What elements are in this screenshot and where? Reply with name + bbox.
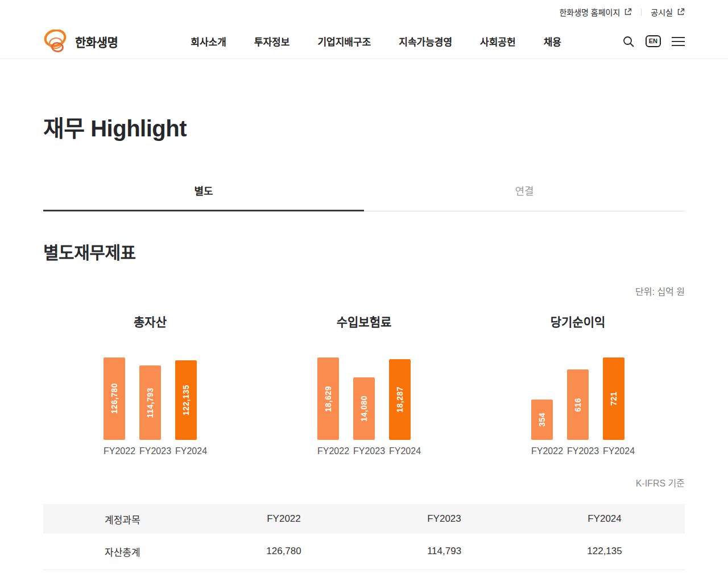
bar-column: 721 (603, 357, 624, 440)
bar-value-label: 721 (609, 392, 618, 406)
chart-title: 수입보험료 (257, 313, 471, 330)
disclosure-link[interactable]: 공시실 (651, 6, 685, 18)
category-label: FY2024 (603, 446, 624, 456)
hanwha-logo[interactable]: 한화생명 (43, 30, 118, 53)
financial-table: 계정과목FY2022FY2023FY2024 자산총계126,780114,79… (43, 504, 685, 582)
external-link-icon (624, 8, 632, 16)
logo-text: 한화생명 (75, 33, 118, 50)
charts-row: 총자산126,780114,793122,135FY2022FY2023FY20… (43, 313, 685, 456)
tab-separate[interactable]: 별도 (43, 183, 364, 211)
category-label: FY2024 (389, 446, 411, 456)
bar: 18,629 (317, 357, 339, 440)
chart-title: 총자산 (43, 313, 257, 330)
bar-column: 354 (531, 400, 553, 440)
utility-bar: 한화생명 홈페이지 공시실 (0, 0, 728, 24)
bar-value-label: 126,780 (110, 383, 119, 414)
statement-tabs: 별도 연결 (43, 183, 685, 211)
table-header-cell: FY2022 (204, 504, 364, 534)
table-header-row: 계정과목FY2022FY2023FY2024 (43, 504, 685, 534)
category-labels: FY2022FY2023FY2024 (43, 446, 257, 456)
nav-item[interactable]: 사회공헌 (480, 34, 516, 48)
section-heading: 별도재무제표 (43, 239, 685, 264)
chart-bars: 354616721 (471, 356, 685, 440)
table-cell: 114,793 (364, 534, 524, 569)
header-tools: EN (622, 35, 685, 48)
bar: 721 (603, 357, 624, 440)
bar: 122,135 (175, 360, 197, 440)
divider (641, 9, 642, 16)
category-label: FY2024 (175, 446, 197, 456)
table-row: 부채총계120,465103,406111,890 (43, 569, 685, 582)
standard-note: K-IFRS 기준 (43, 476, 685, 489)
category-label: FY2023 (353, 446, 375, 456)
bar: 14,080 (353, 377, 375, 440)
nav-item[interactable]: 지속가능경영 (399, 34, 452, 48)
table-cell: 111,890 (524, 569, 685, 582)
nav-item[interactable]: 회사소개 (191, 34, 226, 48)
language-toggle[interactable]: EN (646, 35, 661, 47)
table-cell: 103,406 (364, 569, 524, 582)
disclosure-link-label: 공시실 (651, 6, 673, 18)
bar: 354 (531, 400, 553, 440)
bar-chart: 수입보험료18,62914,08018,287FY2022FY2023FY202… (257, 313, 471, 456)
category-label: FY2023 (139, 446, 161, 456)
nav-item[interactable]: 채용 (544, 34, 561, 48)
search-icon[interactable] (622, 35, 635, 48)
bar-column: 14,080 (353, 377, 375, 440)
category-label: FY2023 (567, 446, 589, 456)
main-content: 재무 Highlight 별도 연결 별도재무제표 단위: 십억 원 총자산12… (0, 110, 728, 582)
table-cell: 부채총계 (43, 569, 204, 582)
header: 한화생명 회사소개투자정보기업지배구조지속가능경영사회공헌채용 EN (0, 24, 728, 59)
bar-column: 114,793 (139, 365, 161, 440)
category-label: FY2022 (317, 446, 339, 456)
bar-column: 616 (567, 369, 589, 440)
menu-icon[interactable] (672, 37, 685, 46)
table-header-cell: FY2023 (364, 504, 524, 534)
nav-item[interactable]: 투자정보 (254, 34, 290, 48)
category-labels: FY2022FY2023FY2024 (257, 446, 471, 456)
bar-column: 122,135 (175, 360, 197, 440)
category-labels: FY2022FY2023FY2024 (471, 446, 685, 456)
bar-value-label: 18,629 (324, 386, 333, 412)
chart-bars: 18,62914,08018,287 (257, 356, 471, 440)
bar-value-label: 114,793 (146, 388, 155, 418)
bar-column: 18,287 (389, 359, 411, 440)
category-label: FY2022 (104, 446, 125, 456)
table-header-cell: FY2024 (524, 504, 685, 534)
table-cell: 자산총계 (43, 534, 204, 569)
bar-value-label: 14,080 (359, 396, 369, 422)
bar-value-label: 18,287 (395, 386, 404, 413)
category-label: FY2022 (531, 446, 553, 456)
nav-item[interactable]: 기업지배구조 (317, 34, 371, 48)
table-cell: 120,465 (204, 569, 364, 582)
bar: 616 (567, 369, 589, 440)
bar-value-label: 616 (573, 398, 582, 412)
page-title: 재무 Highlight (43, 110, 685, 143)
unit-note: 단위: 십억 원 (43, 284, 685, 298)
bar-chart: 총자산126,780114,793122,135FY2022FY2023FY20… (43, 313, 257, 456)
table-row: 자산총계126,780114,793122,135 (43, 534, 685, 569)
table-cell: 122,135 (524, 534, 685, 569)
chart-title: 당기순이익 (471, 313, 685, 330)
bar-column: 18,629 (317, 357, 339, 440)
bar-value-label: 122,135 (181, 385, 191, 415)
main-nav: 회사소개투자정보기업지배구조지속가능경영사회공헌채용 (191, 34, 561, 48)
bar: 114,793 (139, 365, 161, 440)
tab-consolidated[interactable]: 연결 (364, 183, 685, 211)
bar-value-label: 354 (537, 413, 547, 427)
bar-chart: 당기순이익354616721FY2022FY2023FY2024 (471, 313, 685, 456)
table-header-cell: 계정과목 (43, 504, 204, 534)
chart-bars: 126,780114,793122,135 (43, 356, 257, 440)
external-link-icon (677, 8, 685, 16)
bar: 18,287 (389, 359, 411, 440)
homepage-link-label: 한화생명 홈페이지 (559, 6, 620, 18)
table-cell: 126,780 (204, 534, 364, 569)
bar: 126,780 (104, 357, 125, 440)
bar-column: 126,780 (104, 357, 125, 440)
hanwha-logo-icon (43, 30, 69, 53)
homepage-link[interactable]: 한화생명 홈페이지 (559, 6, 632, 18)
